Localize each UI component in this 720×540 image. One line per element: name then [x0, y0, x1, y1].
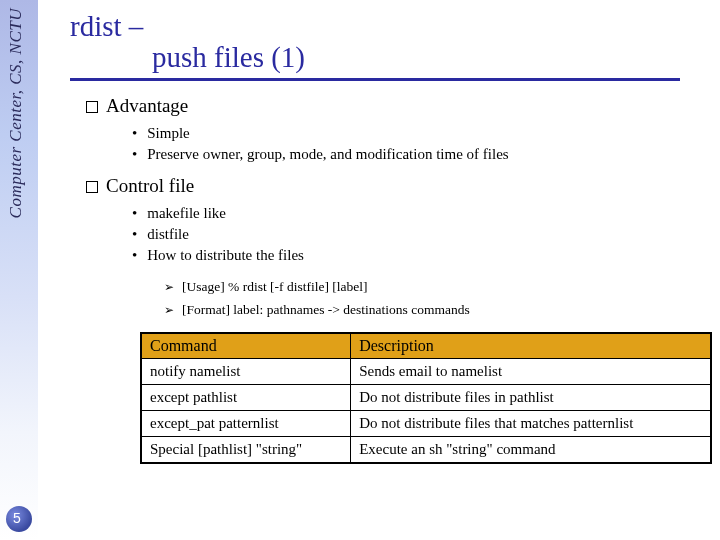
section-heading-advantage: Advantage: [86, 95, 702, 117]
section-label: Advantage: [106, 95, 188, 116]
list-item: How to distribute the files: [132, 245, 702, 266]
table-cell: Execute an sh "string" command: [351, 436, 711, 463]
sidebar: Computer Center, CS, NCTU 5: [0, 0, 38, 540]
table-cell: Special [pathlist] "string": [141, 436, 351, 463]
slide-title-line2: push files (1): [152, 41, 702, 74]
table-row: Special [pathlist] "string" Execute an s…: [141, 436, 711, 463]
table-row: except pathlist Do not distribute files …: [141, 384, 711, 410]
table-header-row: Command Description: [141, 333, 711, 359]
checkbox-icon: [86, 181, 98, 193]
section-label: Control file: [106, 175, 194, 196]
table-cell: notify namelist: [141, 358, 351, 384]
table-cell: Do not distribute files that matches pat…: [351, 410, 711, 436]
format-line: [Format] label: pathnames -> destination…: [164, 299, 702, 322]
usage-line: [Usage] % rdist [-f distfile] [label]: [164, 276, 702, 299]
table-row: except_pat patternlist Do not distribute…: [141, 410, 711, 436]
list-item: Preserve owner, group, mode, and modific…: [132, 144, 702, 165]
sidebar-org-text: Computer Center, CS, NCTU: [6, 8, 26, 218]
command-table: Command Description notify namelist Send…: [140, 332, 712, 464]
page-number: 5: [13, 510, 21, 526]
list-item: distfile: [132, 224, 702, 245]
checkbox-icon: [86, 101, 98, 113]
list-item: makefile like: [132, 203, 702, 224]
table-cell: except pathlist: [141, 384, 351, 410]
slide-content: rdist – push files (1) Advantage Simple …: [70, 10, 702, 464]
title-underline: [70, 78, 680, 81]
list-item: Simple: [132, 123, 702, 144]
table-header-command: Command: [141, 333, 351, 359]
table-header-description: Description: [351, 333, 711, 359]
table-cell: Do not distribute files in pathlist: [351, 384, 711, 410]
table-row: notify namelist Sends email to namelist: [141, 358, 711, 384]
section-heading-controlfile: Control file: [86, 175, 702, 197]
table-cell: Sends email to namelist: [351, 358, 711, 384]
slide-title-line1: rdist –: [70, 10, 702, 43]
table-cell: except_pat patternlist: [141, 410, 351, 436]
